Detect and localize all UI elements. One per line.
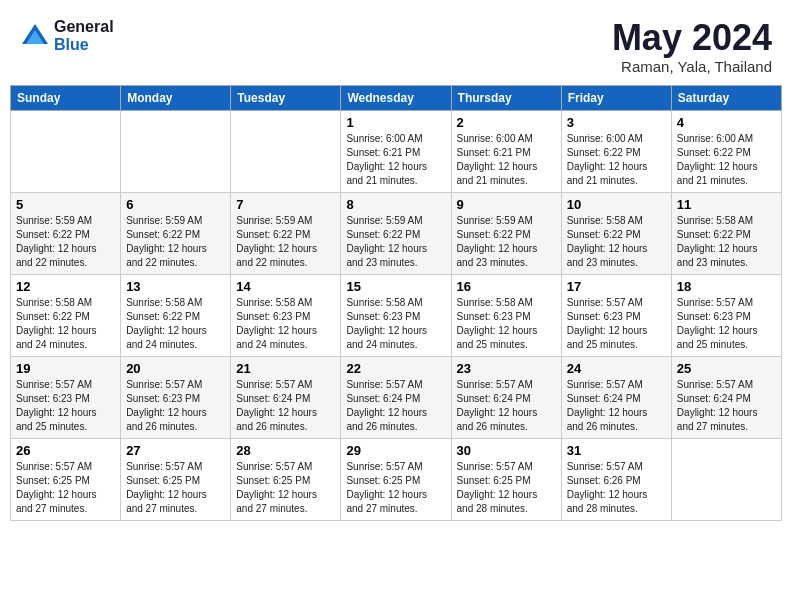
day-number: 5 [16,197,115,212]
day-number: 19 [16,361,115,376]
calendar-cell [231,110,341,192]
calendar-cell [121,110,231,192]
calendar-cell: 2Sunrise: 6:00 AM Sunset: 6:21 PM Daylig… [451,110,561,192]
day-number: 28 [236,443,335,458]
calendar-cell: 6Sunrise: 5:59 AM Sunset: 6:22 PM Daylig… [121,192,231,274]
day-info: Sunrise: 5:58 AM Sunset: 6:23 PM Dayligh… [236,296,335,352]
calendar-cell: 5Sunrise: 5:59 AM Sunset: 6:22 PM Daylig… [11,192,121,274]
calendar-cell: 21Sunrise: 5:57 AM Sunset: 6:24 PM Dayli… [231,356,341,438]
day-number: 22 [346,361,445,376]
day-info: Sunrise: 5:57 AM Sunset: 6:24 PM Dayligh… [457,378,556,434]
weekday-header-row: SundayMondayTuesdayWednesdayThursdayFrid… [11,85,782,110]
day-number: 29 [346,443,445,458]
day-number: 16 [457,279,556,294]
logo-text: General Blue [54,18,114,53]
calendar-cell: 18Sunrise: 5:57 AM Sunset: 6:23 PM Dayli… [671,274,781,356]
day-info: Sunrise: 5:58 AM Sunset: 6:22 PM Dayligh… [567,214,666,270]
day-info: Sunrise: 5:58 AM Sunset: 6:23 PM Dayligh… [457,296,556,352]
calendar-cell [11,110,121,192]
logo: General Blue [20,18,114,53]
day-info: Sunrise: 6:00 AM Sunset: 6:22 PM Dayligh… [677,132,776,188]
weekday-header-tuesday: Tuesday [231,85,341,110]
calendar-cell: 12Sunrise: 5:58 AM Sunset: 6:22 PM Dayli… [11,274,121,356]
day-info: Sunrise: 5:59 AM Sunset: 6:22 PM Dayligh… [16,214,115,270]
day-info: Sunrise: 5:57 AM Sunset: 6:26 PM Dayligh… [567,460,666,516]
day-info: Sunrise: 6:00 AM Sunset: 6:21 PM Dayligh… [457,132,556,188]
day-number: 6 [126,197,225,212]
day-number: 8 [346,197,445,212]
weekday-header-sunday: Sunday [11,85,121,110]
week-row-2: 5Sunrise: 5:59 AM Sunset: 6:22 PM Daylig… [11,192,782,274]
calendar-cell: 4Sunrise: 6:00 AM Sunset: 6:22 PM Daylig… [671,110,781,192]
day-info: Sunrise: 5:57 AM Sunset: 6:25 PM Dayligh… [126,460,225,516]
day-info: Sunrise: 5:57 AM Sunset: 6:23 PM Dayligh… [677,296,776,352]
calendar-cell: 26Sunrise: 5:57 AM Sunset: 6:25 PM Dayli… [11,438,121,520]
day-number: 1 [346,115,445,130]
day-info: Sunrise: 5:58 AM Sunset: 6:22 PM Dayligh… [16,296,115,352]
calendar-cell: 8Sunrise: 5:59 AM Sunset: 6:22 PM Daylig… [341,192,451,274]
week-row-3: 12Sunrise: 5:58 AM Sunset: 6:22 PM Dayli… [11,274,782,356]
calendar-table: SundayMondayTuesdayWednesdayThursdayFrid… [10,85,782,521]
day-info: Sunrise: 5:57 AM Sunset: 6:25 PM Dayligh… [16,460,115,516]
day-number: 2 [457,115,556,130]
day-info: Sunrise: 5:57 AM Sunset: 6:23 PM Dayligh… [126,378,225,434]
calendar-cell: 20Sunrise: 5:57 AM Sunset: 6:23 PM Dayli… [121,356,231,438]
day-number: 27 [126,443,225,458]
weekday-header-saturday: Saturday [671,85,781,110]
weekday-header-wednesday: Wednesday [341,85,451,110]
calendar-cell: 9Sunrise: 5:59 AM Sunset: 6:22 PM Daylig… [451,192,561,274]
calendar-cell: 29Sunrise: 5:57 AM Sunset: 6:25 PM Dayli… [341,438,451,520]
calendar-cell: 30Sunrise: 5:57 AM Sunset: 6:25 PM Dayli… [451,438,561,520]
day-info: Sunrise: 5:57 AM Sunset: 6:24 PM Dayligh… [346,378,445,434]
day-info: Sunrise: 5:59 AM Sunset: 6:22 PM Dayligh… [457,214,556,270]
page-header: General Blue May 2024 Raman, Yala, Thail… [10,10,782,79]
day-number: 11 [677,197,776,212]
day-number: 7 [236,197,335,212]
calendar-cell: 22Sunrise: 5:57 AM Sunset: 6:24 PM Dayli… [341,356,451,438]
day-info: Sunrise: 5:57 AM Sunset: 6:24 PM Dayligh… [677,378,776,434]
day-number: 31 [567,443,666,458]
day-number: 17 [567,279,666,294]
day-number: 4 [677,115,776,130]
day-info: Sunrise: 5:57 AM Sunset: 6:25 PM Dayligh… [457,460,556,516]
logo-blue: Blue [54,36,114,54]
day-info: Sunrise: 6:00 AM Sunset: 6:21 PM Dayligh… [346,132,445,188]
day-number: 13 [126,279,225,294]
calendar-cell: 15Sunrise: 5:58 AM Sunset: 6:23 PM Dayli… [341,274,451,356]
day-info: Sunrise: 5:57 AM Sunset: 6:23 PM Dayligh… [567,296,666,352]
day-number: 12 [16,279,115,294]
calendar-cell: 11Sunrise: 5:58 AM Sunset: 6:22 PM Dayli… [671,192,781,274]
day-number: 15 [346,279,445,294]
logo-general: General [54,18,114,36]
day-info: Sunrise: 6:00 AM Sunset: 6:22 PM Dayligh… [567,132,666,188]
calendar-cell: 28Sunrise: 5:57 AM Sunset: 6:25 PM Dayli… [231,438,341,520]
day-info: Sunrise: 5:57 AM Sunset: 6:24 PM Dayligh… [236,378,335,434]
day-number: 23 [457,361,556,376]
calendar-cell: 14Sunrise: 5:58 AM Sunset: 6:23 PM Dayli… [231,274,341,356]
day-info: Sunrise: 5:58 AM Sunset: 6:23 PM Dayligh… [346,296,445,352]
calendar-cell: 25Sunrise: 5:57 AM Sunset: 6:24 PM Dayli… [671,356,781,438]
day-info: Sunrise: 5:59 AM Sunset: 6:22 PM Dayligh… [236,214,335,270]
calendar-cell: 16Sunrise: 5:58 AM Sunset: 6:23 PM Dayli… [451,274,561,356]
week-row-5: 26Sunrise: 5:57 AM Sunset: 6:25 PM Dayli… [11,438,782,520]
day-number: 3 [567,115,666,130]
calendar-cell: 7Sunrise: 5:59 AM Sunset: 6:22 PM Daylig… [231,192,341,274]
day-info: Sunrise: 5:58 AM Sunset: 6:22 PM Dayligh… [126,296,225,352]
calendar-cell: 31Sunrise: 5:57 AM Sunset: 6:26 PM Dayli… [561,438,671,520]
weekday-header-monday: Monday [121,85,231,110]
week-row-4: 19Sunrise: 5:57 AM Sunset: 6:23 PM Dayli… [11,356,782,438]
calendar-cell: 1Sunrise: 6:00 AM Sunset: 6:21 PM Daylig… [341,110,451,192]
day-number: 21 [236,361,335,376]
calendar-cell: 10Sunrise: 5:58 AM Sunset: 6:22 PM Dayli… [561,192,671,274]
day-info: Sunrise: 5:59 AM Sunset: 6:22 PM Dayligh… [346,214,445,270]
day-info: Sunrise: 5:57 AM Sunset: 6:25 PM Dayligh… [346,460,445,516]
day-number: 18 [677,279,776,294]
logo-icon [20,22,50,50]
calendar-cell: 27Sunrise: 5:57 AM Sunset: 6:25 PM Dayli… [121,438,231,520]
location: Raman, Yala, Thailand [612,58,772,75]
calendar-cell: 23Sunrise: 5:57 AM Sunset: 6:24 PM Dayli… [451,356,561,438]
day-info: Sunrise: 5:57 AM Sunset: 6:24 PM Dayligh… [567,378,666,434]
day-info: Sunrise: 5:57 AM Sunset: 6:25 PM Dayligh… [236,460,335,516]
day-number: 24 [567,361,666,376]
title-block: May 2024 Raman, Yala, Thailand [612,18,772,75]
